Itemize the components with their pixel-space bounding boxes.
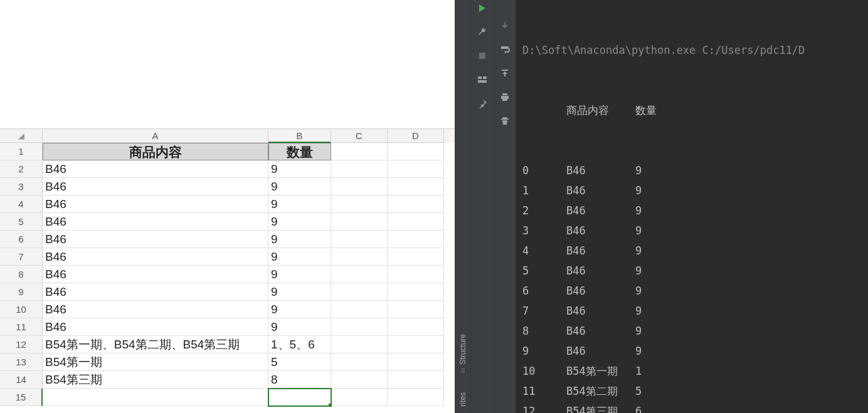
cell[interactable]: B46 xyxy=(43,231,268,248)
cell[interactable] xyxy=(388,160,444,178)
cell[interactable]: B46 xyxy=(43,178,268,196)
cell[interactable] xyxy=(331,231,388,248)
selection-handle[interactable] xyxy=(329,404,331,406)
cell[interactable]: 1、5、6 xyxy=(268,336,331,353)
col-header-B[interactable]: B xyxy=(268,129,331,143)
col-header-D[interactable]: D xyxy=(388,129,444,143)
cell[interactable]: B46 xyxy=(43,213,268,231)
cell[interactable]: B54第一期 xyxy=(43,353,268,371)
row-header[interactable]: 11 xyxy=(0,318,43,336)
cell[interactable] xyxy=(388,389,444,406)
cell[interactable] xyxy=(331,160,388,178)
cell[interactable]: B46 xyxy=(43,266,268,283)
pin-icon[interactable] xyxy=(475,97,489,110)
cell[interactable]: 9 xyxy=(268,283,331,301)
row-header[interactable]: 1 xyxy=(0,143,43,160)
soft-wrap-icon[interactable] xyxy=(498,43,512,56)
active-cell[interactable] xyxy=(268,389,331,406)
console-c2: 9 xyxy=(635,301,667,321)
cell[interactable]: 9 xyxy=(268,248,331,266)
row-header[interactable]: 13 xyxy=(0,353,43,371)
cell[interactable]: B46 xyxy=(43,248,268,266)
cell[interactable] xyxy=(388,318,444,336)
row-header[interactable]: 14 xyxy=(0,371,43,389)
cell[interactable] xyxy=(388,213,444,231)
cell[interactable] xyxy=(331,178,388,196)
row-header[interactable]: 12 xyxy=(0,336,43,353)
col-header-A[interactable]: A xyxy=(43,129,268,143)
cell[interactable]: 9 xyxy=(268,213,331,231)
side-tab-favorites[interactable]: rites xyxy=(458,392,467,407)
cell[interactable] xyxy=(388,283,444,301)
spreadsheet-pane: ◢ A B C D 1商品内容数量2B4693B4694B4695B4696B4… xyxy=(0,0,455,413)
cell[interactable]: B46 xyxy=(43,283,268,301)
layout-icon[interactable] xyxy=(475,73,489,86)
cell[interactable]: 9 xyxy=(268,231,331,248)
console-c1: B46 xyxy=(566,221,635,241)
console-c1: B46 xyxy=(566,281,635,301)
row-header[interactable]: 2 xyxy=(0,160,43,178)
cell[interactable] xyxy=(388,336,444,353)
cell[interactable] xyxy=(388,231,444,248)
cell[interactable]: B54第三期 xyxy=(43,371,268,389)
row-header[interactable]: 8 xyxy=(0,266,43,283)
scroll-to-end-icon[interactable] xyxy=(498,66,512,80)
cell[interactable]: 5 xyxy=(268,353,331,371)
col-header-C[interactable]: C xyxy=(331,129,388,143)
cell[interactable] xyxy=(331,248,388,266)
cell[interactable] xyxy=(388,143,444,160)
cell[interactable] xyxy=(331,318,388,336)
cell[interactable]: 9 xyxy=(268,196,331,213)
cell[interactable] xyxy=(388,353,444,371)
cell[interactable] xyxy=(388,196,444,213)
cell[interactable] xyxy=(388,266,444,283)
stop-icon[interactable] xyxy=(475,49,489,63)
side-tab-structure[interactable]: ⠿ Structure xyxy=(458,334,467,374)
row-header[interactable]: 10 xyxy=(0,301,43,318)
cell[interactable]: 9 xyxy=(268,178,331,196)
cell[interactable] xyxy=(43,389,268,406)
cell[interactable]: B46 xyxy=(43,318,268,336)
console-row: 0B469 xyxy=(522,160,862,180)
cell[interactable] xyxy=(331,301,388,318)
cell[interactable] xyxy=(331,371,388,389)
print-icon[interactable] xyxy=(498,90,512,104)
cell[interactable] xyxy=(331,283,388,301)
row-header[interactable]: 4 xyxy=(0,196,43,213)
cell[interactable] xyxy=(388,301,444,318)
cell[interactable] xyxy=(331,353,388,371)
cell[interactable] xyxy=(331,336,388,353)
cell[interactable]: B46 xyxy=(43,160,268,178)
cell[interactable] xyxy=(331,196,388,213)
select-all-corner[interactable]: ◢ xyxy=(0,129,43,143)
cell[interactable]: 数量 xyxy=(268,143,331,160)
row-header[interactable]: 7 xyxy=(0,248,43,266)
cell[interactable]: 8 xyxy=(268,371,331,389)
cell[interactable] xyxy=(331,266,388,283)
cell[interactable]: 9 xyxy=(268,266,331,283)
cell[interactable]: B46 xyxy=(43,301,268,318)
row-header[interactable]: 3 xyxy=(0,178,43,196)
arrow-down-icon[interactable] xyxy=(498,19,512,33)
console-output[interactable]: D:\Soft\Anaconda\python.exe C:/Users/pdc… xyxy=(516,0,868,413)
cell[interactable]: 9 xyxy=(268,301,331,318)
row-header[interactable]: 15 xyxy=(0,389,43,406)
row-header[interactable]: 6 xyxy=(0,231,43,248)
cell[interactable] xyxy=(388,248,444,266)
cell[interactable] xyxy=(331,143,388,160)
cell[interactable]: 9 xyxy=(268,318,331,336)
cell[interactable] xyxy=(388,371,444,389)
cell[interactable] xyxy=(331,213,388,231)
cell[interactable]: B46 xyxy=(43,196,268,213)
trash-icon[interactable] xyxy=(498,114,512,128)
cell[interactable] xyxy=(331,389,388,406)
cell[interactable] xyxy=(388,178,444,196)
run-icon[interactable] xyxy=(475,1,489,15)
row-header[interactable]: 9 xyxy=(0,283,43,301)
cell[interactable]: B54第一期、B54第二期、B54第三期 xyxy=(43,336,268,353)
cell[interactable]: 商品内容 xyxy=(43,143,268,160)
wrench-icon[interactable] xyxy=(475,25,489,39)
cell[interactable]: 9 xyxy=(268,160,331,178)
table-row: 7B469 xyxy=(0,248,455,266)
row-header[interactable]: 5 xyxy=(0,213,43,231)
